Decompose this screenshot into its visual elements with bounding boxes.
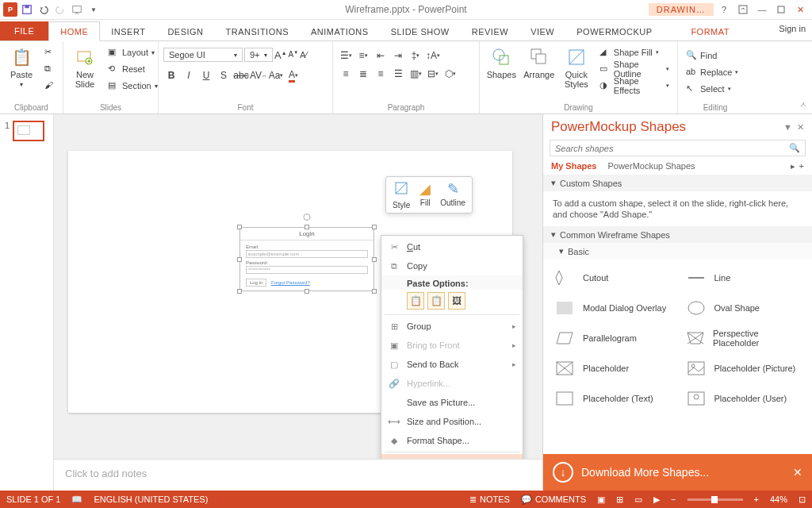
replace-button[interactable]: abReplace▾ (683, 64, 748, 80)
shape-placeholder-pic[interactable]: Placeholder (Picture) (678, 353, 810, 383)
zoom-level[interactable]: 44% (770, 495, 787, 504)
search-icon[interactable]: 🔍 (789, 143, 800, 153)
status-notes[interactable]: ≣ NOTES (469, 495, 510, 505)
zoom-slider[interactable] (688, 498, 743, 501)
tab-transitions[interactable]: TRANSITIONS (215, 22, 300, 40)
tab-design[interactable]: DESIGN (156, 22, 214, 40)
layout-button[interactable]: ▣Layout▾ (105, 44, 161, 60)
clear-format-icon[interactable]: A⁄ (300, 50, 307, 60)
ctx-size-position[interactable]: ⟷Size and Position... (381, 412, 523, 431)
slide-thumb-1[interactable]: 1 (5, 121, 48, 141)
sec-common[interactable]: ▾ Common Wireframe Shapes (543, 226, 812, 243)
italic-button[interactable]: I (181, 67, 197, 83)
bullets-button[interactable]: ☰▾ (338, 48, 354, 64)
sec-basic[interactable]: ▾ Basic (543, 243, 812, 260)
format-painter-button[interactable]: 🖌 (41, 78, 59, 94)
undo-icon[interactable] (36, 2, 51, 17)
login-wireframe-shape[interactable]: Login Email:example@example.com Password… (239, 227, 374, 291)
shape-placeholder-user[interactable]: Placeholder (User) (678, 383, 810, 414)
tab-review[interactable]: REVIEW (461, 22, 519, 40)
ctx-bring-front[interactable]: ▣Bring to Front▸ (381, 336, 523, 355)
collapse-ribbon-icon[interactable]: ㅅ (799, 99, 807, 110)
reset-button[interactable]: ⟲Reset (105, 61, 161, 77)
shape-placeholder-text[interactable]: Placeholder (Text) (546, 383, 678, 414)
bold-button[interactable]: B (163, 67, 179, 83)
shape-line[interactable]: Line (678, 263, 810, 293)
fit-window-icon[interactable]: ⊡ (799, 495, 806, 505)
ctx-copy[interactable]: ⧉Copy (381, 256, 523, 275)
slide-canvas[interactable]: Login Email:example@example.com Password… (54, 114, 542, 491)
zoom-in-icon[interactable]: + (754, 495, 759, 504)
save-icon[interactable] (20, 2, 34, 17)
align-left-button[interactable]: ≡ (338, 66, 354, 82)
shape-oval[interactable]: Oval Shape (678, 293, 810, 323)
panel-nav-icon[interactable]: ▸ (791, 161, 795, 171)
align-center-button[interactable]: ≣ (355, 66, 371, 82)
panel-add-icon[interactable]: + (799, 161, 804, 171)
shape-outline-button[interactable]: ▭Shape Outline▾ (596, 61, 672, 77)
tab-home[interactable]: HOME (48, 21, 100, 41)
justify-button[interactable]: ☰ (390, 66, 406, 82)
font-color-button[interactable]: A▾ (285, 67, 301, 83)
close-icon[interactable]: ✕ (791, 2, 809, 17)
copy-button[interactable]: ⧉ (41, 61, 59, 77)
download-close-icon[interactable]: ✕ (793, 466, 802, 479)
cut-button[interactable]: ✂ (41, 44, 59, 60)
underline-button[interactable]: U (198, 67, 214, 83)
strike-button[interactable]: abc (233, 67, 249, 83)
qat-dropdown-icon[interactable]: ▼ (86, 2, 101, 17)
panel-search[interactable]: 🔍 (550, 140, 806, 156)
columns-button[interactable]: ▥▾ (408, 66, 423, 82)
dec-indent-button[interactable]: ⇤ (373, 48, 389, 64)
tab-format[interactable]: FORMAT (680, 22, 741, 40)
ctx-save-picture[interactable]: Save as Picture... (381, 393, 523, 412)
align-text-button[interactable]: ⊟▾ (425, 66, 441, 82)
maximize-icon[interactable] (772, 2, 790, 17)
panel-tab-pmshapes[interactable]: PowerMockup Shapes (607, 161, 695, 171)
select-button[interactable]: ↖Select▾ (683, 81, 748, 97)
ctx-cut[interactable]: ✂Cut (381, 237, 523, 256)
ctx-send-back[interactable]: ▢Send to Back▸ (381, 355, 523, 374)
section-button[interactable]: ▤Section▾ (105, 78, 161, 94)
status-slide[interactable]: SLIDE 1 OF 1 (6, 495, 60, 504)
ribbon-options-icon[interactable] (734, 2, 752, 17)
panel-close-icon[interactable]: ✕ (797, 122, 804, 133)
font-name-combo[interactable]: Segoe UI▾ (163, 48, 243, 62)
paste-keep-source[interactable]: 📋 (427, 292, 445, 310)
line-spacing-button[interactable]: ‡▾ (408, 48, 423, 64)
char-spacing-button[interactable]: AV↔ (251, 67, 266, 83)
status-language[interactable]: ENGLISH (UNITED STATES) (94, 495, 208, 504)
ctx-group[interactable]: ⊞Group▸ (381, 317, 523, 336)
font-size-combo[interactable]: 9+▾ (244, 48, 273, 62)
text-direction-button[interactable]: ↕A▾ (425, 48, 441, 64)
signin-link[interactable]: Sign in (779, 24, 806, 33)
status-comments[interactable]: 💬 COMMENTS (521, 495, 586, 505)
paste-dest-theme[interactable]: 📋 (407, 292, 424, 310)
rotate-handle[interactable] (304, 214, 311, 221)
grow-font-icon[interactable]: A▲ (274, 49, 287, 61)
panel-tab-myshapes[interactable]: My Shapes (551, 161, 596, 171)
shape-effects-button[interactable]: ◑Shape Effects▾ (596, 78, 672, 94)
tab-file[interactable]: FILE (0, 21, 48, 40)
mini-fill-button[interactable]: ◢Fill (416, 180, 434, 210)
search-input[interactable] (555, 144, 789, 153)
mini-outline-button[interactable]: ✎Outline (437, 180, 469, 210)
start-show-icon[interactable] (70, 2, 84, 17)
ctx-format-shape[interactable]: ◆Format Shape... (381, 431, 523, 450)
mini-style-button[interactable]: Style (389, 180, 413, 210)
find-button[interactable]: 🔍Find (683, 48, 748, 64)
help-icon[interactable]: ? (715, 2, 733, 17)
align-right-button[interactable]: ≡ (373, 66, 389, 82)
numbering-button[interactable]: ≡▾ (355, 48, 371, 64)
change-case-button[interactable]: Aa▾ (268, 67, 284, 83)
view-slideshow-icon[interactable]: ▶ (653, 495, 660, 505)
view-reading-icon[interactable]: ▭ (634, 495, 642, 505)
download-shapes-button[interactable]: ↓ Download More Shapes... ✕ (543, 454, 812, 491)
notes-pane[interactable]: Click to add notes (54, 459, 542, 491)
tab-animations[interactable]: ANIMATIONS (300, 22, 380, 40)
shadow-button[interactable]: S (216, 67, 232, 83)
shape-cutout[interactable]: Cutout (546, 263, 678, 293)
minimize-icon[interactable]: — (753, 2, 771, 17)
redo-icon[interactable] (53, 2, 67, 17)
tab-insert[interactable]: INSERT (100, 22, 156, 40)
